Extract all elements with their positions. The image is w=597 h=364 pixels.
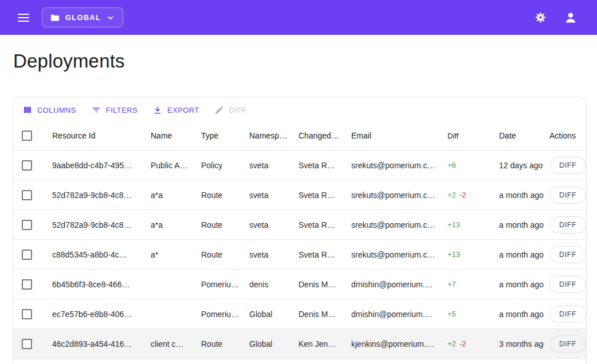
table-header-row: Resource Id Name Type Namesp… Changed… E… bbox=[13, 121, 586, 151]
namespace-cell: sveta bbox=[243, 191, 293, 200]
diff-cell: +7 bbox=[442, 280, 493, 288]
changed-by-cell: Sveta R… bbox=[293, 250, 345, 259]
diff-toolbar-button-label: DIFF bbox=[229, 106, 246, 114]
row-checkbox[interactable] bbox=[22, 279, 32, 290]
resource-id-cell: 6b45b6f3-8ce8-466… bbox=[46, 280, 145, 289]
row-checkbox[interactable] bbox=[22, 250, 32, 260]
resource-id-cell: ec7e57b6-e8b8-406… bbox=[46, 310, 145, 319]
changed-by-cell: Ken Jen… bbox=[293, 339, 345, 349]
namespace-selector[interactable]: GLOBAL bbox=[42, 7, 123, 27]
type-cell: Pomeriu… bbox=[195, 310, 243, 319]
diff-cell: +6 bbox=[442, 161, 493, 169]
export-button-label: EXPORT bbox=[167, 106, 199, 114]
table-row[interactable]: 46c2d893-a454-416…client c…RouteGlobalKe… bbox=[13, 329, 586, 359]
actions-cell: DIFF bbox=[544, 216, 587, 234]
select-all-checkbox[interactable] bbox=[22, 130, 32, 141]
account-button[interactable] bbox=[564, 11, 578, 25]
page-title: Deployments bbox=[13, 50, 597, 73]
email-cell: srekuts@pomerium.c… bbox=[345, 161, 442, 170]
menu-button[interactable] bbox=[18, 14, 29, 22]
table-row[interactable]: 6b45b6f3-8ce8-466…Pomeriu…denisDenis M…d… bbox=[13, 270, 586, 299]
changed-by-cell: Denis M… bbox=[293, 310, 345, 319]
email-cell: dmishin@pomerium.… bbox=[345, 310, 442, 319]
row-diff-button[interactable]: DIFF bbox=[549, 335, 586, 353]
diff-additions: +2 bbox=[447, 191, 456, 199]
type-cell: Route bbox=[195, 339, 243, 349]
row-diff-button[interactable]: DIFF bbox=[549, 246, 586, 263]
column-header-type[interactable]: Type bbox=[195, 131, 243, 140]
table-row[interactable]: 52d782a9-9cb8-4c8…a*aRoutesvetaSveta R…s… bbox=[13, 180, 586, 210]
name-cell: client c… bbox=[145, 339, 195, 349]
changed-by-cell: Sveta R… bbox=[293, 161, 345, 170]
namespace-cell: sveta bbox=[243, 161, 293, 170]
diff-additions: +6 bbox=[447, 161, 456, 169]
row-select-cell bbox=[13, 309, 46, 319]
resource-id-cell: 52d782a9-9cb8-4c8… bbox=[46, 220, 145, 230]
column-header-resource-id[interactable]: Resource Id bbox=[46, 131, 145, 140]
row-checkbox[interactable] bbox=[22, 190, 32, 200]
column-header-changed-by[interactable]: Changed… bbox=[293, 131, 345, 140]
row-checkbox[interactable] bbox=[22, 309, 32, 319]
email-cell: dmishin@pomerium.… bbox=[345, 280, 442, 289]
type-cell: Pomeriu… bbox=[195, 280, 243, 289]
namespace-cell: Global bbox=[243, 310, 293, 319]
table-row[interactable]: ec7e57b6-e8b8-406…Pomeriu…GlobalDenis M…… bbox=[13, 299, 586, 329]
diff-additions: +7 bbox=[447, 280, 456, 288]
columns-icon bbox=[22, 105, 33, 115]
email-cell: srekuts@pomerium.c… bbox=[345, 220, 442, 230]
columns-button-label: COLUMNS bbox=[37, 106, 76, 114]
columns-button[interactable]: COLUMNS bbox=[18, 101, 81, 119]
email-cell: srekuts@pomerium.c… bbox=[345, 191, 442, 200]
actions-cell: DIFF bbox=[544, 157, 587, 174]
diff-cell: +5 bbox=[442, 310, 493, 318]
email-cell: kjenkins@pomerium.… bbox=[345, 339, 442, 349]
settings-button[interactable] bbox=[535, 11, 547, 23]
row-select-cell bbox=[13, 339, 46, 349]
export-button[interactable]: EXPORT bbox=[148, 101, 204, 119]
changed-by-cell: Sveta R… bbox=[293, 191, 345, 200]
column-header-diff[interactable]: Diff bbox=[442, 132, 493, 140]
date-cell: 3 months ago bbox=[493, 339, 544, 349]
diff-cell: +2-2 bbox=[442, 191, 493, 199]
name-cell: a*a bbox=[145, 191, 195, 200]
changed-by-cell: Sveta R… bbox=[293, 220, 345, 230]
actions-cell: DIFF bbox=[544, 187, 587, 204]
resource-id-cell: 52d782a9-9cb8-4c8… bbox=[46, 191, 145, 200]
namespace-cell: sveta bbox=[243, 250, 293, 259]
hamburger-icon bbox=[18, 14, 29, 22]
column-header-namespace[interactable]: Namesp… bbox=[243, 131, 293, 140]
changed-by-cell: Denis M… bbox=[293, 280, 345, 289]
column-header-email[interactable]: Email bbox=[345, 131, 442, 140]
date-cell: a month ago bbox=[493, 250, 544, 259]
namespace-selector-label: GLOBAL bbox=[65, 13, 101, 22]
type-cell: Route bbox=[195, 220, 243, 230]
diff-cell: +13 bbox=[442, 220, 493, 229]
row-checkbox[interactable] bbox=[22, 160, 32, 171]
diff-toolbar-button: DIFF bbox=[210, 101, 251, 119]
actions-cell: DIFF bbox=[544, 306, 587, 323]
row-checkbox[interactable] bbox=[22, 339, 32, 349]
row-checkbox[interactable] bbox=[22, 220, 32, 230]
table-row[interactable]: 9aabe8dd-c4b7-495…Public A…PolicysvetaSv… bbox=[13, 151, 586, 180]
filters-button[interactable]: FILTERS bbox=[87, 101, 142, 119]
column-header-date[interactable]: Date bbox=[493, 131, 544, 140]
row-diff-button[interactable]: DIFF bbox=[549, 276, 586, 293]
filter-icon bbox=[91, 105, 101, 115]
filters-button-label: FILTERS bbox=[106, 106, 138, 114]
chevron-down-icon bbox=[106, 13, 115, 22]
column-header-name[interactable]: Name bbox=[145, 131, 195, 140]
row-diff-button[interactable]: DIFF bbox=[549, 216, 586, 234]
namespace-cell: Global bbox=[243, 339, 293, 349]
row-select-cell bbox=[13, 160, 46, 171]
column-header-actions[interactable]: Actions bbox=[544, 131, 587, 140]
table-row[interactable]: c88d5345-a8b0-4c…a*RoutesvetaSveta R…sre… bbox=[13, 240, 586, 270]
resource-id-cell: c88d5345-a8b0-4c… bbox=[46, 250, 145, 259]
deployments-table-card: COLUMNS FILTERS EXPORT DIFF bbox=[13, 97, 587, 364]
row-diff-button[interactable]: DIFF bbox=[549, 187, 586, 204]
row-diff-button[interactable]: DIFF bbox=[549, 157, 586, 174]
row-select-cell bbox=[13, 279, 46, 290]
date-cell: a month ago bbox=[493, 280, 544, 289]
table-row[interactable]: 52d782a9-9cb8-4c8…a*aRoutesvetaSveta R…s… bbox=[13, 210, 586, 240]
type-cell: Route bbox=[195, 191, 243, 200]
row-diff-button[interactable]: DIFF bbox=[549, 306, 586, 323]
